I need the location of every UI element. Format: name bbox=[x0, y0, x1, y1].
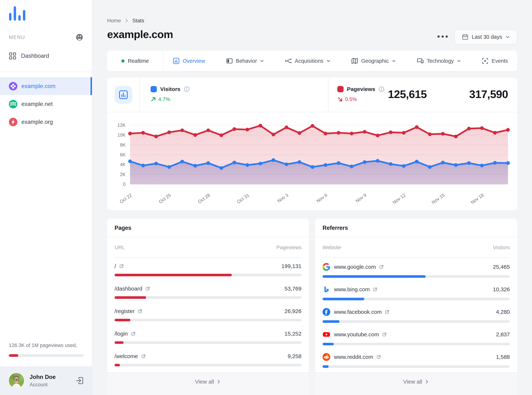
tab-events[interactable]: Events bbox=[482, 57, 508, 64]
breadcrumb-current: Stats bbox=[132, 18, 144, 24]
sidebar-item-label: example.org bbox=[22, 119, 53, 125]
page-url-link[interactable]: /login bbox=[115, 331, 136, 337]
table-row: www.google.com 25,465 bbox=[323, 258, 510, 280]
behavior-window-icon bbox=[226, 57, 233, 64]
sidebar-item-dashboard[interactable]: Dashboard bbox=[0, 48, 92, 64]
youtube-logo-icon bbox=[323, 331, 330, 338]
appearance-toggle-button[interactable] bbox=[76, 33, 83, 41]
usage-text: 126.3K of 1M pageviews used. bbox=[9, 343, 84, 348]
row-progressbar bbox=[323, 275, 510, 278]
view-all-link[interactable]: View all bbox=[195, 379, 221, 385]
tab-realtime[interactable]: Realtime bbox=[107, 51, 163, 71]
more-options-button[interactable] bbox=[436, 32, 449, 41]
row-progressbar bbox=[115, 364, 302, 366]
referrers-column-headers: Website Visitors bbox=[315, 237, 517, 258]
chart-icon bbox=[115, 86, 132, 104]
user-name: John Doe bbox=[30, 374, 70, 380]
tab-label: Realtime bbox=[128, 58, 149, 64]
sidebar-item-example-org[interactable]: example.org bbox=[0, 113, 92, 131]
page-url: /welcome bbox=[115, 353, 138, 359]
row-progressbar bbox=[115, 296, 302, 299]
chevron-down-icon bbox=[326, 59, 330, 63]
logout-button[interactable] bbox=[75, 376, 84, 385]
visitors-change-value: 4.7% bbox=[158, 96, 170, 102]
pageviews-value: 317,590 bbox=[469, 88, 508, 101]
info-icon[interactable] bbox=[379, 86, 384, 92]
external-link-icon bbox=[145, 286, 150, 291]
google-logo-icon bbox=[323, 263, 330, 271]
table-row: / 199,131 bbox=[115, 258, 302, 280]
row-progressbar bbox=[115, 319, 302, 321]
date-range-button[interactable]: Last 30 days bbox=[454, 30, 517, 44]
visitors-cell-value: 2,837 bbox=[496, 331, 510, 338]
svg-text:Nov 15: Nov 15 bbox=[431, 192, 446, 205]
row-progressbar bbox=[115, 274, 302, 276]
divider bbox=[328, 77, 328, 112]
pageviews-change: 0.5% bbox=[337, 96, 357, 102]
external-link-icon bbox=[141, 354, 146, 359]
tab-behavior[interactable]: Behavior bbox=[226, 57, 264, 64]
chevron-down-icon bbox=[505, 35, 510, 39]
row-progressbar bbox=[115, 341, 302, 344]
reddit-logo-icon bbox=[323, 353, 330, 361]
row-progress-fill bbox=[323, 298, 364, 300]
tab-geographic[interactable]: Geographic bbox=[351, 57, 396, 64]
row-progress-fill bbox=[323, 275, 426, 278]
overview-chart-icon bbox=[173, 57, 180, 64]
facebook-logo-icon bbox=[323, 308, 330, 316]
analytics-app: MENU Dashboard bbox=[0, 0, 532, 395]
table-row: www.bing.com 10,326 bbox=[323, 280, 510, 303]
row-progressbar bbox=[323, 320, 510, 323]
tab-technology[interactable]: Technology bbox=[417, 57, 461, 64]
visitors-cell-value: 10,326 bbox=[493, 286, 510, 293]
row-progress-fill bbox=[323, 320, 340, 323]
svg-text:12K: 12K bbox=[118, 123, 126, 128]
face-icon bbox=[76, 33, 83, 41]
tab-overview[interactable]: Overview bbox=[173, 57, 205, 64]
table-row: www.facebook.com 4,280 bbox=[323, 303, 510, 325]
page-url: /register bbox=[115, 308, 134, 314]
breadcrumb-home-link[interactable]: Home bbox=[107, 18, 121, 24]
sidebar-item-label: example.com bbox=[22, 83, 56, 89]
page-url-link[interactable]: / bbox=[115, 263, 124, 269]
referrers-footer: View all bbox=[315, 372, 517, 395]
referrer-link[interactable]: www.reddit.com bbox=[334, 354, 381, 360]
table-row: /welcome 9,258 bbox=[115, 348, 302, 370]
page-url-link[interactable]: /dashboard bbox=[115, 285, 150, 292]
column-header-website: Website bbox=[323, 245, 341, 251]
app-logo-icon bbox=[9, 5, 26, 21]
referrer-site: www.google.com bbox=[334, 264, 376, 270]
sidebar-item-label: Dashboard bbox=[21, 53, 49, 59]
visitors-change: 4.7% bbox=[151, 96, 170, 102]
tab-label: Behavior bbox=[236, 58, 257, 64]
page-url-link[interactable]: /welcome bbox=[115, 353, 146, 359]
stats-tabbar: Realtime Overview Behavior bbox=[107, 51, 517, 71]
referrer-link[interactable]: www.youtube.com bbox=[334, 331, 387, 338]
svg-text:Nov 12: Nov 12 bbox=[392, 192, 407, 205]
account-section[interactable]: John Doe Account bbox=[0, 366, 92, 395]
external-link-icon bbox=[131, 331, 136, 336]
sidebar-item-example-net[interactable]: example.net bbox=[0, 95, 92, 113]
referrer-link[interactable]: www.bing.com bbox=[334, 286, 378, 293]
svg-text:Nov 6: Nov 6 bbox=[315, 192, 328, 203]
referrer-link[interactable]: www.facebook.com bbox=[334, 309, 390, 315]
pageviews-change-value: 0.5% bbox=[345, 96, 357, 102]
svg-text:Nov 3: Nov 3 bbox=[276, 192, 289, 203]
table-row: www.youtube.com 2,837 bbox=[323, 325, 510, 348]
referrer-link[interactable]: www.google.com bbox=[334, 264, 384, 270]
visitors-cell-value: 25,465 bbox=[493, 264, 510, 270]
external-link-icon bbox=[119, 264, 124, 269]
visitors-value: 125,615 bbox=[388, 88, 427, 101]
svg-text:10K: 10K bbox=[118, 132, 126, 137]
svg-text:6K: 6K bbox=[120, 152, 126, 157]
svg-text:8K: 8K bbox=[120, 142, 126, 148]
row-progressbar bbox=[323, 365, 510, 368]
info-icon[interactable] bbox=[184, 86, 190, 92]
calendar-icon bbox=[462, 33, 468, 40]
tabs-group: Overview Behavior Acqui bbox=[163, 51, 517, 71]
view-all-link[interactable]: View all bbox=[403, 379, 429, 385]
sidebar-item-example-com[interactable]: example.com bbox=[0, 77, 92, 95]
tab-acquisitions[interactable]: Acquisitions bbox=[285, 57, 330, 64]
acquisitions-branch-icon bbox=[285, 57, 292, 64]
page-url-link[interactable]: /register bbox=[115, 308, 142, 314]
